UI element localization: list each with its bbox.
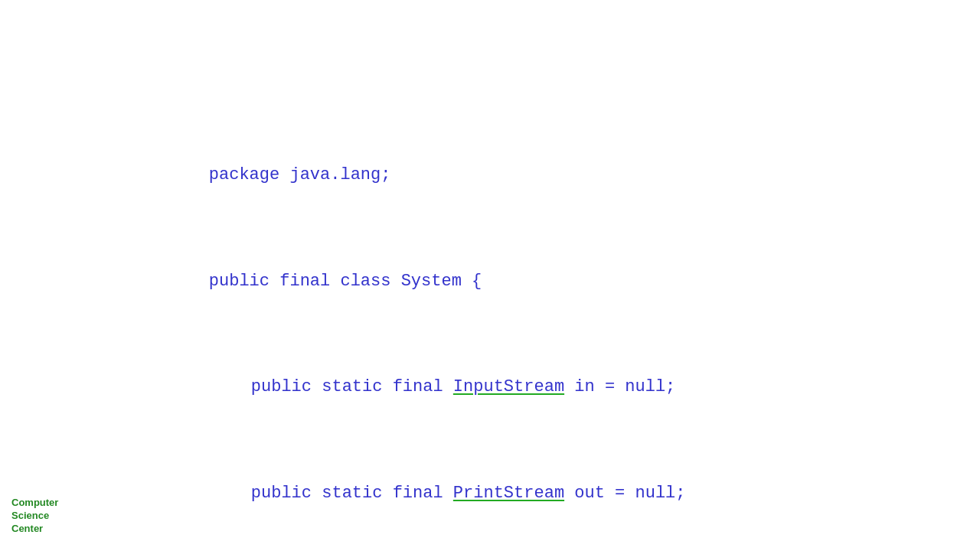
- keyword-public-class: public final class System {: [209, 272, 482, 291]
- logo-line-2: Science: [11, 510, 58, 523]
- logo-line-1: Computer: [11, 497, 58, 510]
- code-line-5: public static final PrintStream err = nu…: [168, 546, 686, 551]
- code-block: package java.lang; public final class Sy…: [168, 122, 686, 551]
- type-printstream-out: PrintStream: [453, 484, 564, 503]
- logo: Computer Science Center: [11, 497, 58, 536]
- code-line-2: public final class System {: [168, 229, 686, 335]
- logo-line-3: Center: [11, 523, 58, 536]
- keyword-package: package java.lang;: [209, 165, 391, 184]
- keyword-public-static-2: public static final: [251, 484, 453, 503]
- code-line-1: package java.lang;: [168, 122, 686, 229]
- code-line-4: public static final PrintStream out = nu…: [168, 441, 686, 547]
- code-line-3: public static final InputStream in = nul…: [168, 334, 686, 441]
- code-rest-2: out = null;: [564, 484, 685, 503]
- keyword-public-static-1: public static final: [251, 377, 453, 396]
- code-rest-1: in = null;: [564, 377, 675, 396]
- type-inputstream: InputStream: [453, 377, 564, 396]
